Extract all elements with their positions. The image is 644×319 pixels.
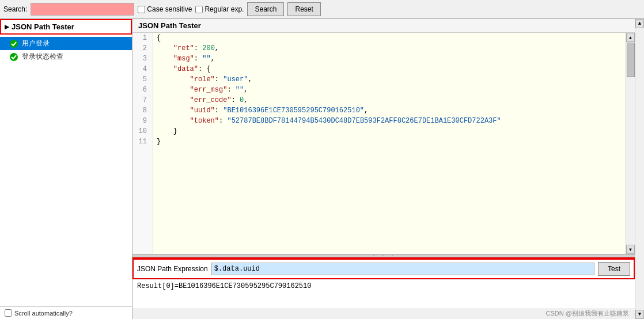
- svg-point-0: [10, 40, 18, 48]
- watermark-text: CSDN @别追我我有止咳糖浆: [546, 310, 629, 317]
- json-content[interactable]: { "ret": 200, "msg": "", "data": { "role…: [153, 33, 626, 254]
- scroll-thumb[interactable]: [627, 43, 635, 77]
- json-line-6: "err_msg": "",: [157, 85, 622, 95]
- json-path-label: JSON Path Expression: [137, 265, 208, 273]
- watermark: CSDN @别追我我有止咳糖浆: [132, 308, 635, 319]
- scroll-down-arrow[interactable]: ▼: [626, 245, 635, 254]
- json-line-10: }: [157, 126, 622, 136]
- svg-point-1: [10, 53, 18, 61]
- result-text: Result[0]=BE1016396E1CE730595295C7901625…: [137, 282, 311, 290]
- json-scroll-wrapper[interactable]: 1 2 3 4 5 6 7 8 9 10 11 { "ret": 200, "m…: [132, 33, 635, 254]
- line-numbers: 1 2 3 4 5 6 7 8 9 10 11: [132, 33, 153, 254]
- right-edge-down[interactable]: ▼: [635, 310, 644, 319]
- right-edge-up[interactable]: ▲: [635, 19, 644, 28]
- sidebar-item-login-check[interactable]: 登录状态检查: [0, 50, 132, 63]
- json-path-input[interactable]: [211, 263, 594, 275]
- sidebar-header: ▶ JSON Path Tester: [0, 19, 132, 35]
- check-icon-2: [9, 52, 18, 62]
- test-button[interactable]: Test: [598, 262, 630, 276]
- search-bar: Search: Case sensitive Regular exp. Sear…: [0, 0, 644, 19]
- scroll-track[interactable]: [626, 42, 635, 245]
- line-num-2: 2: [132, 43, 150, 54]
- line-num-4: 4: [132, 64, 150, 74]
- sidebar-item-user-login[interactable]: 用户登录: [0, 37, 132, 50]
- line-num-8: 8: [132, 105, 150, 116]
- scroll-auto-label[interactable]: Scroll automatically?: [5, 309, 127, 317]
- json-line-7: "err_code": 0,: [157, 95, 622, 105]
- json-path-row: JSON Path Expression Test: [132, 259, 635, 279]
- line-num-11: 11: [132, 136, 150, 147]
- line-num-5: 5: [132, 74, 150, 85]
- regex-checkbox[interactable]: [195, 6, 203, 13]
- search-button[interactable]: Search: [247, 2, 284, 16]
- case-sensitive-checkbox[interactable]: [138, 6, 145, 13]
- line-num-6: 6: [132, 85, 150, 95]
- json-path-section: JSON Path Expression Test Result[0]=BE10…: [132, 257, 635, 308]
- case-sensitive-group: Case sensitive: [138, 5, 192, 13]
- sidebar-title: JSON Path Tester: [12, 22, 74, 31]
- check-icon-1: [9, 39, 18, 48]
- json-line-1: {: [157, 33, 622, 43]
- json-scrollbar-right[interactable]: ▲ ▼: [626, 33, 635, 254]
- case-sensitive-label: Case sensitive: [147, 5, 192, 13]
- line-num-9: 9: [132, 116, 150, 126]
- json-line-9: "token": "52787BE8BDF78144794B5430DC48D7…: [157, 116, 622, 126]
- json-editor-area: 1 2 3 4 5 6 7 8 9 10 11 { "ret": 200, "m…: [132, 33, 635, 308]
- content-title: JSON Path Tester: [132, 19, 635, 33]
- sidebar-expand-icon[interactable]: ▶: [5, 24, 9, 30]
- json-line-3: "msg": "",: [157, 54, 622, 64]
- main-area: ▶ JSON Path Tester 用户登录 登录状态检查: [0, 19, 644, 319]
- regex-label: Regular exp.: [204, 5, 244, 13]
- json-line-11: }: [157, 136, 622, 147]
- line-num-7: 7: [132, 95, 150, 105]
- json-line-5: "role": "user",: [157, 74, 622, 85]
- scroll-auto-checkbox[interactable]: [5, 309, 12, 317]
- content-area: JSON Path Tester 1 2 3 4 5 6 7 8 9 10 11: [132, 19, 635, 319]
- line-num-3: 3: [132, 54, 150, 64]
- sidebar-footer: Scroll automatically?: [0, 306, 132, 319]
- result-area: Result[0]=BE1016396E1CE730595295C7901625…: [132, 279, 635, 308]
- json-line-2: "ret": 200,: [157, 43, 622, 54]
- sidebar: ▶ JSON Path Tester 用户登录 登录状态检查: [0, 19, 132, 319]
- nav-item-label-1: 用户登录: [22, 39, 50, 48]
- right-edge-track[interactable]: [635, 28, 644, 310]
- json-line-4: "data": {: [157, 64, 622, 74]
- search-input[interactable]: [31, 3, 134, 16]
- json-line-8: "uuid": "BE1016396E1CE730595295C79016251…: [157, 105, 622, 116]
- line-num-1: 1: [132, 33, 150, 43]
- search-label: Search:: [3, 5, 27, 13]
- regex-group: Regular exp.: [195, 5, 244, 13]
- scroll-up-arrow[interactable]: ▲: [626, 33, 635, 42]
- right-edge-scrollbar[interactable]: ▲ ▼: [635, 19, 644, 319]
- nav-item-label-2: 登录状态检查: [22, 52, 63, 62]
- line-num-10: 10: [132, 126, 150, 136]
- sidebar-nav: 用户登录 登录状态检查: [0, 35, 132, 306]
- reset-button[interactable]: Reset: [287, 2, 320, 16]
